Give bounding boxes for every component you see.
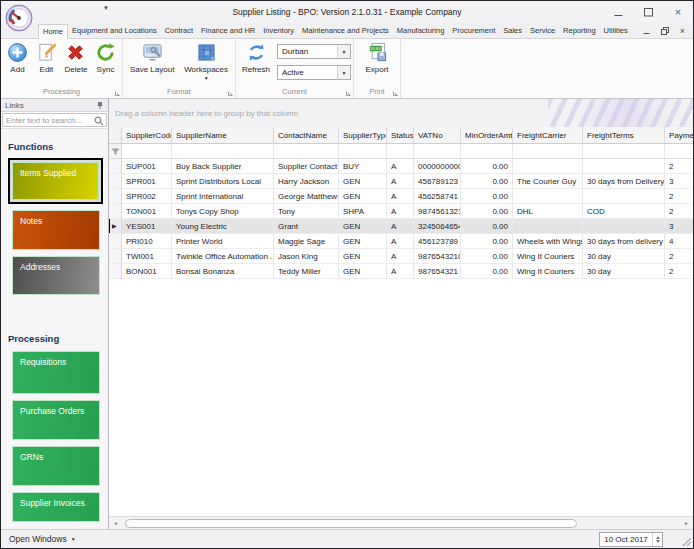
- sync-button[interactable]: Sync: [93, 42, 119, 74]
- search-icon[interactable]: [94, 116, 104, 126]
- mdi-minimize-button[interactable]: [643, 28, 650, 35]
- cell-contactname[interactable]: Maggie Sage: [274, 234, 339, 249]
- group-dialog-launcher-icon[interactable]: [393, 91, 398, 96]
- scrollbar-thumb[interactable]: [125, 519, 577, 528]
- cell-suppliername[interactable]: Printer World: [172, 234, 274, 249]
- cell-suppliername[interactable]: Buy Back Supplier: [172, 159, 274, 174]
- cell-status[interactable]: A: [387, 159, 414, 174]
- cell-vatno[interactable]: 456789123: [414, 174, 461, 189]
- cell-paymen[interactable]: 2: [665, 264, 693, 279]
- cell-suppliertype[interactable]: BUY: [339, 159, 387, 174]
- column-header-freightterms[interactable]: FreightTerms: [583, 127, 665, 144]
- tab-procurement[interactable]: Procurement: [448, 23, 499, 38]
- cell-vatno[interactable]: 0000000000: [414, 159, 461, 174]
- column-header-paymen[interactable]: Paymen: [665, 127, 693, 144]
- table-row-yes001[interactable]: ▶YES001Young ElectricGrantGENA3245064654…: [109, 219, 693, 234]
- filter-cell-freightterms[interactable]: [583, 144, 665, 159]
- filter-cell-vatno[interactable]: [414, 144, 461, 159]
- sidebar-button-supplier-invoices[interactable]: Supplier Invoices: [12, 492, 100, 522]
- cell-contactname[interactable]: Grant: [274, 219, 339, 234]
- tab-contract[interactable]: Contract: [161, 23, 197, 38]
- cell-vatno[interactable]: 9874561321: [414, 204, 461, 219]
- column-header-status[interactable]: Status: [387, 127, 414, 144]
- tab-inventory[interactable]: Inventory: [259, 23, 298, 38]
- close-button[interactable]: ×: [673, 7, 683, 17]
- tab-sales[interactable]: Sales: [499, 23, 526, 38]
- open-windows-button[interactable]: Open Windows ▼: [1, 534, 76, 544]
- cell-suppliercode[interactable]: TWI001: [122, 249, 172, 264]
- cell-vatno[interactable]: 456123789: [414, 234, 461, 249]
- cell-suppliertype[interactable]: GEN: [339, 264, 387, 279]
- cell-freightcarrier[interactable]: Wheels with Wings: [513, 234, 583, 249]
- minimize-button[interactable]: [613, 7, 623, 17]
- tab-maintenance-and-projects[interactable]: Maintenance and Projects: [298, 23, 393, 38]
- cell-status[interactable]: A: [387, 189, 414, 204]
- cell-suppliertype[interactable]: SHPA: [339, 204, 387, 219]
- cell-suppliercode[interactable]: BON001: [122, 264, 172, 279]
- cell-contactname[interactable]: George Matthews: [274, 189, 339, 204]
- cell-suppliername[interactable]: Sprint Distributors Local: [172, 174, 274, 189]
- export-button[interactable]: XLSX Export: [363, 42, 390, 74]
- table-row-spr001[interactable]: SPR001Sprint Distributors LocalHarry Jac…: [109, 174, 693, 189]
- cell-freightterms[interactable]: 30 day: [583, 249, 665, 264]
- cell-freightterms[interactable]: 30 day: [583, 264, 665, 279]
- cell-vatno[interactable]: 3245064654: [414, 219, 461, 234]
- cell-paymen[interactable]: 2: [665, 204, 693, 219]
- cell-minorderamt[interactable]: 0.00: [461, 174, 513, 189]
- cell-minorderamt[interactable]: 0.00: [461, 204, 513, 219]
- cell-suppliername[interactable]: Sprint International: [172, 189, 274, 204]
- cell-freightcarrier[interactable]: [513, 159, 583, 174]
- filter-cell-suppliertype[interactable]: [339, 144, 387, 159]
- cell-suppliercode[interactable]: YES001: [122, 219, 172, 234]
- cell-suppliertype[interactable]: GEN: [339, 174, 387, 189]
- sidebar-button-items-supplied[interactable]: Items Supplied: [12, 162, 99, 200]
- tab-reporting[interactable]: Reporting: [559, 23, 600, 38]
- scroll-left-icon[interactable]: ◄: [109, 520, 122, 526]
- cell-suppliername[interactable]: Tonys Copy Shop: [172, 204, 274, 219]
- cell-freightterms[interactable]: [583, 159, 665, 174]
- column-header-suppliertype[interactable]: SupplierType: [339, 127, 387, 144]
- cell-paymen[interactable]: 3: [665, 219, 693, 234]
- cell-status[interactable]: A: [387, 234, 414, 249]
- date-spinner[interactable]: [652, 533, 662, 546]
- add-button[interactable]: Add: [4, 42, 30, 74]
- column-header-vatno[interactable]: VATNo: [414, 127, 461, 144]
- date-field[interactable]: 10 Oct 2017: [599, 532, 663, 547]
- cell-minorderamt[interactable]: 0.00: [461, 159, 513, 174]
- table-row-spr002[interactable]: SPR002Sprint InternationalGeorge Matthew…: [109, 189, 693, 204]
- site-select[interactable]: Durban ▼: [277, 44, 351, 59]
- cell-freightterms[interactable]: 30 days from Delivery: [583, 174, 665, 189]
- cell-suppliertype[interactable]: GEN: [339, 219, 387, 234]
- cell-freightterms[interactable]: [583, 189, 665, 204]
- tab-home[interactable]: Home: [38, 24, 68, 39]
- cell-status[interactable]: A: [387, 204, 414, 219]
- table-row-pri010[interactable]: PRI010Printer WorldMaggie SageGENA456123…: [109, 234, 693, 249]
- mdi-close-button[interactable]: ×: [680, 27, 685, 35]
- grid-group-panel[interactable]: Drag a column header here to group by th…: [109, 99, 693, 127]
- table-row-sup001[interactable]: SUP001Buy Back SupplierSupplier ContactB…: [109, 159, 693, 174]
- sidebar-button-notes[interactable]: Notes: [12, 210, 100, 250]
- filter-cell-contactname[interactable]: [274, 144, 339, 159]
- pin-icon[interactable]: [96, 101, 104, 110]
- cell-status[interactable]: A: [387, 219, 414, 234]
- quick-access-dropdown-icon[interactable]: ▼: [103, 5, 109, 11]
- group-dialog-launcher-icon[interactable]: [346, 91, 351, 96]
- scroll-right-icon[interactable]: ►: [680, 520, 693, 526]
- cell-vatno[interactable]: 987654321: [414, 264, 461, 279]
- cell-status[interactable]: A: [387, 249, 414, 264]
- cell-freightcarrier[interactable]: [513, 219, 583, 234]
- tab-service[interactable]: Service: [526, 23, 559, 38]
- cell-suppliername[interactable]: Young Electric: [172, 219, 274, 234]
- cell-suppliercode[interactable]: SPR001: [122, 174, 172, 189]
- cell-freightcarrier[interactable]: [513, 189, 583, 204]
- cell-suppliercode[interactable]: PRI010: [122, 234, 172, 249]
- mdi-restore-button[interactable]: [661, 27, 669, 35]
- group-dialog-launcher-icon[interactable]: [228, 91, 233, 96]
- table-row-twi001[interactable]: TWI001Twinkle Office Automation ...Jason…: [109, 249, 693, 264]
- cell-freightcarrier[interactable]: DHL: [513, 204, 583, 219]
- cell-paymen[interactable]: 4: [665, 234, 693, 249]
- app-logo-icon[interactable]: [5, 4, 33, 32]
- filter-cell-minorderamt[interactable]: [461, 144, 513, 159]
- sidebar-button-addresses[interactable]: Addresses: [12, 256, 100, 295]
- cell-minorderamt[interactable]: 0.00: [461, 189, 513, 204]
